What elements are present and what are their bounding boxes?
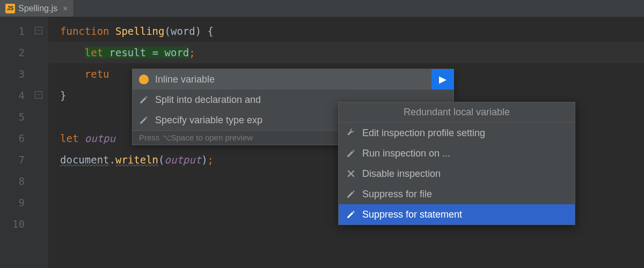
keyword: let	[85, 47, 103, 58]
variable: result	[109, 47, 147, 58]
function-name: Spelling	[115, 25, 165, 37]
space	[78, 132, 84, 144]
intention-item-inline-variable[interactable]: Inline variable ▶	[133, 69, 453, 90]
code-line[interactable]: function Spelling(word) {	[48, 20, 644, 42]
fold-collapse-icon[interactable]: −	[35, 27, 42, 34]
paren: (	[164, 25, 170, 37]
submenu-item-suppress-statement[interactable]: Suppress for statement	[339, 204, 575, 225]
inspection-submenu: Redundant local variable Edit inspection…	[338, 102, 575, 225]
line-number: 1	[0, 20, 25, 42]
file-tab[interactable]: JS Spelling.js ×	[0, 0, 74, 17]
line-number: 2	[0, 42, 25, 63]
play-arrow-icon: ▶	[439, 73, 447, 85]
keyword: function	[60, 25, 109, 37]
intention-label: Split into declaration and	[155, 94, 261, 106]
paren: )	[195, 25, 201, 37]
line-number: 3	[0, 63, 25, 85]
edit-icon	[139, 95, 149, 105]
submenu-item-edit-profile[interactable]: Edit inspection profile setting	[339, 123, 575, 143]
submenu-header: Redundant local variable	[339, 102, 575, 123]
intention-label: Specify variable type exp	[155, 115, 262, 126]
edit-icon	[139, 115, 149, 125]
submenu-label: Disable inspection	[362, 168, 441, 180]
close-icon	[346, 169, 356, 178]
submenu-item-suppress-file[interactable]: Suppress for file	[339, 184, 575, 204]
submenu-arrow-button[interactable]: ▶	[431, 69, 454, 90]
brace: {	[201, 25, 214, 37]
intention-label: Inline variable	[155, 74, 215, 85]
keyword: retu	[85, 68, 109, 80]
lightbulb-icon	[139, 75, 149, 84]
submenu-label: Edit inspection profile setting	[362, 128, 485, 139]
indent	[60, 68, 85, 80]
argument: output	[165, 154, 202, 166]
line-number: 6	[0, 128, 25, 149]
semicolon: ;	[208, 154, 214, 166]
fold-expand-icon[interactable]: −	[35, 91, 42, 99]
semicolon: ;	[189, 47, 195, 58]
submenu-label: Suppress for statement	[362, 209, 462, 220]
line-number: 9	[0, 192, 25, 213]
fold-column: − −	[32, 17, 48, 268]
edit-icon	[346, 148, 356, 158]
tab-close-button[interactable]: ×	[63, 3, 68, 13]
paren: (	[158, 154, 164, 166]
paren: )	[201, 154, 207, 166]
submenu-label: Run inspection on ...	[362, 148, 450, 159]
identifier: word	[165, 47, 189, 58]
submenu-item-run-inspection[interactable]: Run inspection on ...	[339, 143, 575, 163]
submenu-item-disable-inspection[interactable]: Disable inspection	[339, 163, 575, 184]
submenu-label: Suppress for file	[362, 189, 432, 200]
tab-label: Spelling.js	[18, 4, 57, 13]
edit-icon	[346, 189, 356, 199]
object: document	[60, 154, 109, 166]
line-number: 7	[0, 149, 25, 170]
edit-icon	[346, 210, 356, 219]
dot: .	[109, 154, 115, 166]
keyword: let	[60, 132, 78, 144]
parameter: word	[171, 25, 195, 37]
brace: }	[60, 90, 66, 101]
tab-bar: JS Spelling.js ×	[0, 0, 644, 17]
method: writeln	[115, 154, 158, 166]
line-number: 10	[0, 213, 25, 235]
space	[103, 47, 109, 58]
line-number: 4	[0, 85, 25, 106]
operator: =	[146, 47, 164, 58]
line-number-gutter: 1 2 3 4 5 6 7 8 9 10	[0, 17, 32, 268]
wrench-icon	[346, 128, 356, 138]
line-number: 8	[0, 170, 25, 192]
indent	[60, 47, 85, 58]
js-file-icon: JS	[5, 4, 15, 13]
variable: outpu	[85, 132, 115, 144]
line-number: 5	[0, 106, 25, 128]
